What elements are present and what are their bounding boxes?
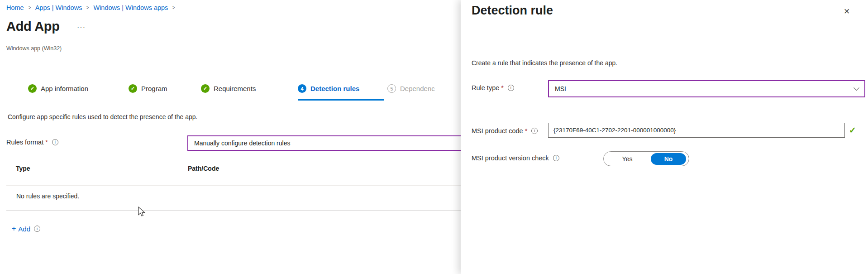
tab-program[interactable]: ✓ Program [129, 84, 167, 93]
msi-product-code-label-text: MSI product code [472, 127, 523, 135]
tab-detection-rules[interactable]: 4 Detection rules [298, 84, 359, 93]
msi-version-check-label: MSI product version check i [472, 154, 559, 162]
info-icon[interactable]: i [52, 139, 58, 145]
add-label: Add [18, 225, 30, 233]
breadcrumb-separator-icon: > [172, 5, 175, 11]
breadcrumb: Home > Apps | Windows > Windows | Window… [6, 4, 175, 11]
info-icon[interactable]: i [531, 128, 538, 134]
rules-format-selected-value: Manually configure detection rules [194, 139, 290, 147]
section-description: Configure app specific rules used to det… [8, 113, 198, 120]
breadcrumb-separator-icon: > [29, 5, 31, 11]
tab-label: Program [141, 85, 167, 92]
rules-format-dropdown[interactable]: Manually configure detection rules [187, 135, 468, 151]
rule-type-label-text: Rule type [472, 84, 499, 91]
msi-version-check-label-text: MSI product version check [472, 154, 549, 162]
info-icon[interactable]: i [553, 155, 559, 161]
active-tab-underline [298, 99, 384, 101]
detection-rule-panel: Detection rule ✕ Create a rule that indi… [461, 0, 868, 274]
tab-label: Dependenc [400, 85, 435, 92]
breadcrumb-home[interactable]: Home [6, 4, 24, 11]
step-complete-check-icon: ✓ [201, 84, 210, 93]
tab-requirements[interactable]: ✓ Requirements [201, 84, 256, 93]
toggle-option-no-selected[interactable]: No [651, 153, 686, 165]
msi-product-code-input[interactable] [548, 123, 845, 138]
tab-label: Detection rules [310, 85, 359, 92]
rules-format-label: Rules format * i [6, 139, 58, 146]
add-rule-button[interactable]: + Add i [12, 225, 40, 233]
mouse-cursor-icon [137, 207, 146, 217]
table-column-path-code: Path/Code [188, 165, 219, 172]
page-subtitle: Windows app (Win32) [6, 45, 62, 52]
valid-check-icon: ✓ [849, 125, 856, 135]
close-icon[interactable]: ✕ [842, 6, 852, 16]
table-bottom-divider [6, 211, 461, 211]
required-marker: * [501, 84, 504, 91]
add-app-page: Home > Apps | Windows > Windows | Window… [0, 0, 868, 274]
info-icon[interactable]: i [508, 85, 514, 91]
more-options-ellipsis-icon[interactable]: ··· [77, 24, 86, 32]
step-number-badge: 4 [298, 84, 306, 93]
info-icon[interactable]: i [34, 226, 40, 232]
rule-type-label: Rule type * i [472, 84, 514, 91]
msi-version-check-toggle[interactable]: Yes No [603, 151, 689, 166]
tab-app-information[interactable]: ✓ App information [28, 84, 88, 93]
table-column-type: Type [16, 165, 30, 172]
breadcrumb-separator-icon: > [86, 5, 89, 11]
tab-dependencies[interactable]: 5 Dependenc [387, 84, 435, 93]
rules-format-label-text: Rules format [6, 139, 43, 146]
plus-icon: + [12, 225, 16, 233]
table-header-divider [6, 185, 461, 186]
chevron-down-icon [854, 85, 859, 91]
msi-product-code-label: MSI product code * i [472, 127, 538, 135]
tab-label: App information [41, 85, 88, 92]
breadcrumb-windows-apps[interactable]: Windows | Windows apps [93, 4, 168, 11]
step-complete-check-icon: ✓ [28, 84, 37, 93]
toggle-option-yes[interactable]: Yes [604, 155, 651, 163]
step-complete-check-icon: ✓ [129, 84, 137, 93]
panel-title: Detection rule [472, 4, 553, 18]
tab-label: Requirements [214, 85, 256, 92]
table-empty-message: No rules are specified. [16, 192, 79, 200]
required-marker: * [45, 139, 48, 146]
rule-type-dropdown[interactable]: MSI [548, 80, 865, 97]
required-marker: * [525, 127, 528, 135]
rule-type-selected-value: MSI [555, 85, 566, 92]
page-title: Add App [6, 19, 60, 34]
breadcrumb-apps-windows[interactable]: Apps | Windows [35, 4, 82, 11]
step-number-badge: 5 [387, 84, 396, 93]
panel-description: Create a rule that indicates the presenc… [472, 59, 617, 67]
